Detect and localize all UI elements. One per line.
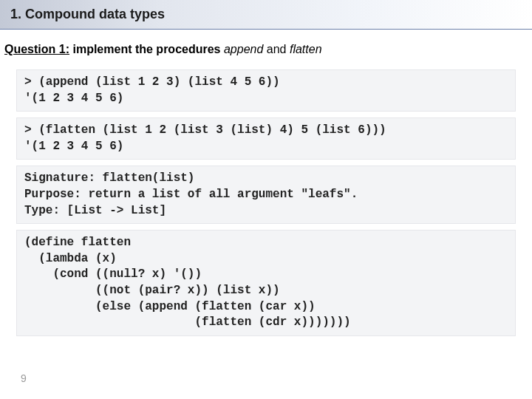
question-line: Question 1: implement the procedures app… [0, 30, 532, 64]
code-block-definition: (define flatten (lambda (x) (cond ((null… [16, 230, 516, 336]
proc-append: append [224, 43, 263, 55]
page-number: 9 [21, 372, 27, 384]
question-label: Question 1: [4, 43, 69, 55]
code-block-flatten-call: > (flatten (list 1 2 (list 3 (list) 4) 5… [16, 117, 516, 160]
question-text-1: implement the procedures [69, 43, 224, 55]
title-bar: 1. Compound data types [0, 0, 532, 30]
page-title: 1. Compound data types [10, 7, 165, 22]
code-block-append: > (append (list 1 2 3) (list 4 5 6)) '(1… [16, 69, 516, 112]
question-text-2: and [263, 43, 290, 55]
code-block-signature: Signature: flatten(list) Purpose: return… [16, 166, 516, 224]
proc-flatten: flatten [290, 43, 322, 55]
